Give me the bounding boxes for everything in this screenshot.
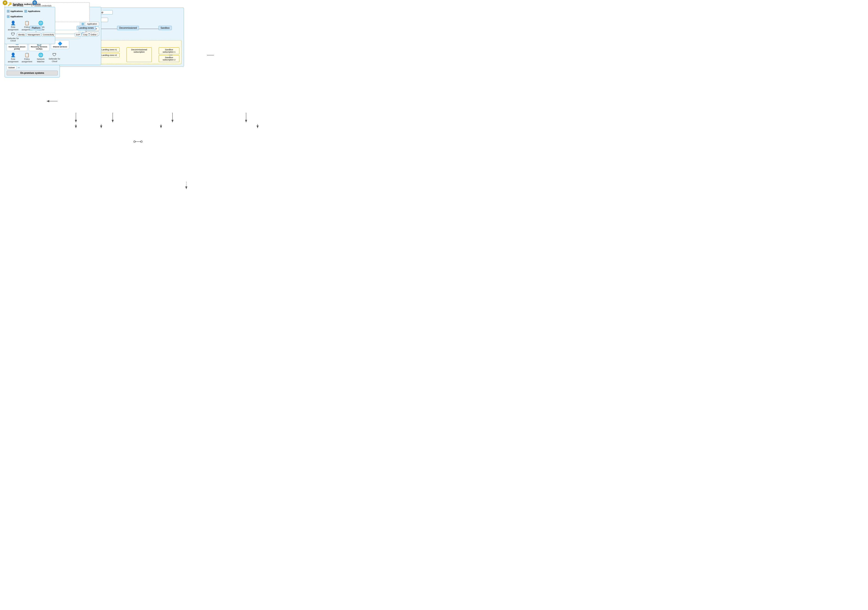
apps3-label-h: Applications: [10, 15, 23, 18]
svg-point-18: [141, 141, 143, 142]
sub-decommissioned: Decommissioned subscription: [127, 47, 152, 62]
sandbox-group: Sandbox: [158, 26, 172, 30]
apps2-label-h: Applications: [28, 10, 40, 12]
management-subgroup: Management: [26, 33, 41, 37]
sub-lz-a2: Landing zone A2: [99, 53, 119, 57]
app1-box: Application: [85, 22, 99, 26]
corp-subgroup: Corp: [82, 33, 89, 37]
subset-label: Subset: [7, 65, 16, 70]
dashboards-label-f: Dashboards (Azure portal): [8, 46, 26, 50]
connectivity-subgroup: Connectivity: [42, 33, 55, 37]
policy-assign-f: 📋 Policy assignment: [20, 53, 33, 63]
svg-point-17: [133, 141, 135, 142]
sub-sandbox-2: Sandbox subscription 2: [159, 55, 180, 62]
online-subgroup: Online: [90, 33, 98, 37]
app1-icon: ⊞: [81, 22, 84, 26]
diagram-container: A ⊞ Enterprise enrollment Enrollment Dep…: [5, 2, 294, 204]
role-assign-f: 👤 Role assignment: [7, 53, 20, 63]
shared-icon: 🔷: [58, 42, 62, 45]
identity-subgroup: Identity: [17, 33, 26, 37]
sap-subgroup: SAP: [75, 33, 81, 37]
defender-f: 🛡 Defender for Cloud: [48, 53, 61, 63]
arrow-right-d: →: [17, 66, 20, 69]
platform-group: Platform: [29, 26, 42, 30]
shared-label: Shared services: [52, 46, 68, 48]
apps1-label-h: Applications: [10, 10, 23, 12]
sub-sandbox-1: Sandbox subscription 1: [159, 47, 180, 54]
badge-g: G: [33, 0, 37, 5]
sandbox-key: 🔑: [8, 2, 12, 6]
apps1-icon-h: ⊞: [7, 9, 10, 13]
badge-h: H: [3, 0, 7, 5]
apps2-icon-h: ⊞: [24, 9, 27, 13]
section-sandbox-subs: H 🔑 Sandbox subscriptions ⊞ Applications…: [5, 2, 55, 44]
recovery-svc-label: Recovery Services vault(s): [30, 46, 48, 50]
apps3-icon-h: ⊞: [7, 14, 10, 19]
decommissioned-group: Decommissioned: [117, 26, 139, 30]
landing-zones-group: Landing zones: [77, 26, 96, 30]
on-premises-systems: On-premises systems: [7, 71, 58, 76]
net-watcher-f: 🌐 Network Watcher: [34, 53, 47, 63]
sub-lz-a1: Landing zone A1: [99, 47, 119, 52]
